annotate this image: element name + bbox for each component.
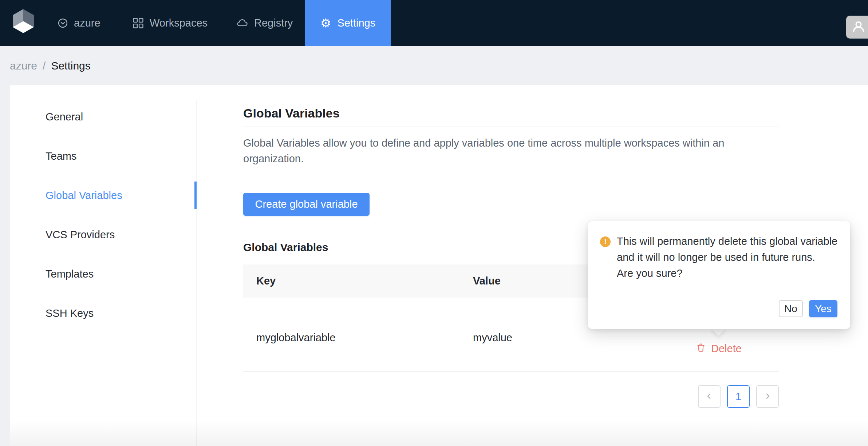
org-switcher-label: azure	[74, 17, 100, 29]
popconfirm-message-line: This will permanently delete this global…	[617, 233, 837, 249]
breadcrumb-current-page: Settings	[51, 60, 90, 72]
org-switcher[interactable]: azure	[58, 0, 100, 46]
pagination-next-button[interactable]	[756, 385, 779, 408]
sidebar-item-teams[interactable]: Teams	[46, 142, 76, 170]
popconfirm-message-line: and it will no longer be used in future …	[617, 249, 837, 265]
popconfirm-message-line: Are you sure?	[617, 265, 837, 281]
sidebar-divider	[196, 100, 197, 446]
cloud-icon	[237, 18, 248, 28]
breadcrumb-separator: /	[43, 60, 46, 72]
warning-icon: !	[600, 236, 611, 247]
chevron-right-icon	[764, 391, 772, 403]
pagination-prev-button[interactable]	[698, 385, 721, 408]
sidebar-active-indicator	[194, 182, 197, 209]
popconfirm-message: This will permanently delete this global…	[617, 233, 837, 281]
nav-item-settings-active[interactable]: ⚙ Settings	[305, 0, 391, 46]
nav-item-label: Settings	[337, 17, 375, 29]
title-divider	[243, 127, 779, 127]
column-header-key: Key	[243, 275, 460, 287]
pagination: 1	[698, 385, 779, 408]
nav-item-label: Registry	[254, 17, 293, 29]
page-description: Global Variables allow you to define and…	[243, 135, 738, 167]
create-global-variable-button[interactable]: Create global variable	[243, 193, 370, 216]
chevron-left-icon	[705, 391, 713, 403]
app-logo-icon[interactable]	[13, 9, 34, 33]
gear-icon: ⚙	[320, 17, 331, 29]
pagination-page-1-button[interactable]: 1	[727, 385, 750, 408]
top-navbar: azure Workspaces Registry ⚙ Settings	[0, 0, 868, 46]
variable-key-cell: myglobalvariable	[256, 332, 336, 344]
popconfirm-yes-button[interactable]: Yes	[809, 300, 837, 317]
breadcrumb-org-link[interactable]: azure	[10, 60, 37, 72]
breadcrumb: azure / Settings	[0, 46, 868, 85]
user-icon	[852, 20, 865, 35]
trash-icon	[696, 343, 706, 355]
section-title: Global Variables	[243, 241, 328, 254]
sidebar-item-global-variables[interactable]: Global Variables	[46, 182, 122, 209]
nav-item-workspaces[interactable]: Workspaces	[133, 0, 208, 46]
sidebar-item-vcs-providers[interactable]: VCS Providers	[46, 221, 115, 248]
variable-value-cell: myvalue	[473, 332, 512, 344]
page-title: Global Variables	[243, 106, 340, 120]
nav-item-label: Workspaces	[150, 17, 208, 29]
user-avatar-button[interactable]	[846, 16, 868, 39]
delete-confirmation-popover: ! This will permanently delete this glob…	[588, 221, 850, 329]
delete-variable-link[interactable]: Delete	[696, 343, 742, 355]
sidebar-item-ssh-keys[interactable]: SSH Keys	[46, 299, 94, 327]
grid-icon	[133, 18, 143, 28]
nav-item-registry[interactable]: Registry	[237, 0, 293, 46]
popconfirm-no-button[interactable]: No	[779, 300, 803, 317]
app-screen: azure Workspaces Registry ⚙ Settings azu…	[0, 0, 868, 446]
delete-label: Delete	[711, 343, 742, 355]
circle-chevron-down-icon	[58, 18, 68, 28]
sidebar-item-general[interactable]: General	[46, 103, 83, 131]
sidebar-item-templates[interactable]: Templates	[46, 260, 94, 288]
